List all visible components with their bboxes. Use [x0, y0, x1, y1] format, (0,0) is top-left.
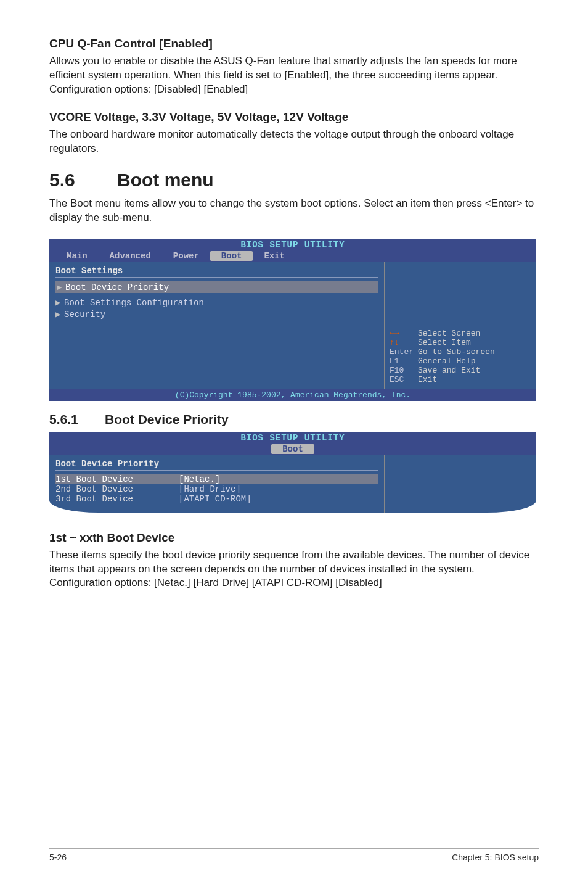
page-footer: 5-26 Chapter 5: BIOS setup: [49, 848, 539, 862]
help-text: General Help: [418, 357, 476, 366]
bios-item-boot-settings-config[interactable]: ▶Boot Settings Configuration: [55, 297, 378, 308]
bios-setup-screenshot: BIOS SETUP UTILITY Main Advanced Power B…: [49, 239, 536, 401]
boot-device-priority-heading: 5.6.1Boot Device Priority: [49, 412, 539, 427]
bios-item-label: Boot Device Priority: [65, 283, 169, 292]
bios-tab-bar: Boot: [49, 444, 536, 455]
bios-panel-title: Boot Settings: [55, 266, 378, 278]
bios-right-panel: ←→Select Screen ↑↓Select Item EnterGo to…: [385, 262, 536, 389]
bios-tab-power[interactable]: Power: [162, 251, 210, 261]
bios-tab-bar: Main Advanced Power Boot Exit: [49, 251, 536, 262]
bios-item-boot-device-priority[interactable]: ▶Boot Device Priority: [55, 281, 378, 293]
bios-tab-advanced[interactable]: Advanced: [99, 251, 162, 261]
row-label: 3rd Boot Device: [55, 494, 179, 504]
bios-left-panel: Boot Device Priority 1st Boot Device [Ne…: [49, 455, 385, 513]
help-text: Select Screen: [418, 329, 480, 338]
help-text: Exit: [418, 375, 437, 384]
chapter-label: Chapter 5: BIOS setup: [452, 852, 539, 862]
f10-key: F10: [390, 366, 418, 375]
bios-item-label: Security: [64, 310, 105, 320]
bios-row-2nd-boot[interactable]: 2nd Boot Device [Hard Drive]: [55, 484, 378, 494]
bios-copyright: (C)Copyright 1985-2002, American Megatre…: [49, 389, 536, 401]
triangle-right-icon: ▶: [55, 309, 64, 320]
enter-key: Enter: [390, 347, 418, 357]
bios-row-3rd-boot[interactable]: 3rd Boot Device [ATAPI CD-ROM]: [55, 494, 378, 504]
bios-title: BIOS SETUP UTILITY: [49, 432, 536, 444]
bios-item-label: Boot Settings Configuration: [64, 298, 204, 308]
row-value: [Netac.]: [179, 474, 220, 484]
subsection-text: Boot Device Priority: [105, 412, 229, 426]
page-number: 5-26: [49, 852, 67, 862]
first-boot-device-text: These items specify the boot device prio…: [49, 548, 539, 591]
triangle-right-icon: ▶: [57, 282, 65, 292]
arrow-ud-icon: ↑↓: [390, 338, 418, 347]
f1-key: F1: [390, 357, 418, 366]
bios-right-panel: [385, 455, 536, 513]
bios-tab-boot[interactable]: Boot: [271, 444, 314, 454]
section-text: Boot menu: [117, 170, 214, 190]
cpu-qfan-heading: CPU Q-Fan Control [Enabled]: [49, 37, 539, 51]
section-number: 5.6: [49, 170, 117, 191]
triangle-right-icon: ▶: [55, 297, 64, 308]
bios-panel-title: Boot Device Priority: [55, 459, 378, 471]
bios-title: BIOS SETUP UTILITY: [49, 239, 536, 251]
help-text: Go to Sub-screen: [418, 347, 495, 357]
boot-menu-title: 5.6Boot menu: [49, 170, 539, 191]
row-value: [Hard Drive]: [179, 484, 241, 494]
bios-boot-priority-screenshot: BIOS SETUP UTILITY Boot Boot Device Prio…: [49, 432, 536, 513]
bios-item-security[interactable]: ▶Security: [55, 308, 378, 320]
bios-help-keys: ←→Select Screen ↑↓Select Item EnterGo to…: [390, 329, 531, 384]
help-text: Select Item: [418, 338, 471, 347]
esc-key: ESC: [390, 375, 418, 384]
help-text: Save and Exit: [418, 366, 480, 375]
arrow-lr-icon: ←→: [390, 329, 418, 338]
row-label: 2nd Boot Device: [55, 484, 179, 494]
bios-left-panel: Boot Settings ▶Boot Device Priority ▶Boo…: [49, 262, 385, 389]
boot-menu-intro: The Boot menu items allow you to change …: [49, 197, 539, 225]
bios-tab-boot[interactable]: Boot: [210, 251, 253, 261]
bios-tab-main[interactable]: Main: [55, 251, 99, 261]
row-value: [ATAPI CD-ROM]: [179, 494, 251, 504]
first-boot-device-heading: 1st ~ xxth Boot Device: [49, 531, 539, 545]
row-label: 1st Boot Device: [55, 474, 179, 484]
cpu-qfan-text: Allows you to enable or disable the ASUS…: [49, 54, 539, 97]
bios-tab-exit[interactable]: Exit: [253, 251, 296, 261]
subsection-number: 5.6.1: [49, 412, 105, 427]
bios-row-1st-boot[interactable]: 1st Boot Device [Netac.]: [55, 474, 378, 484]
vcore-heading: VCORE Voltage, 3.3V Voltage, 5V Voltage,…: [49, 110, 539, 124]
vcore-text: The onboard hardware monitor automatical…: [49, 128, 539, 156]
